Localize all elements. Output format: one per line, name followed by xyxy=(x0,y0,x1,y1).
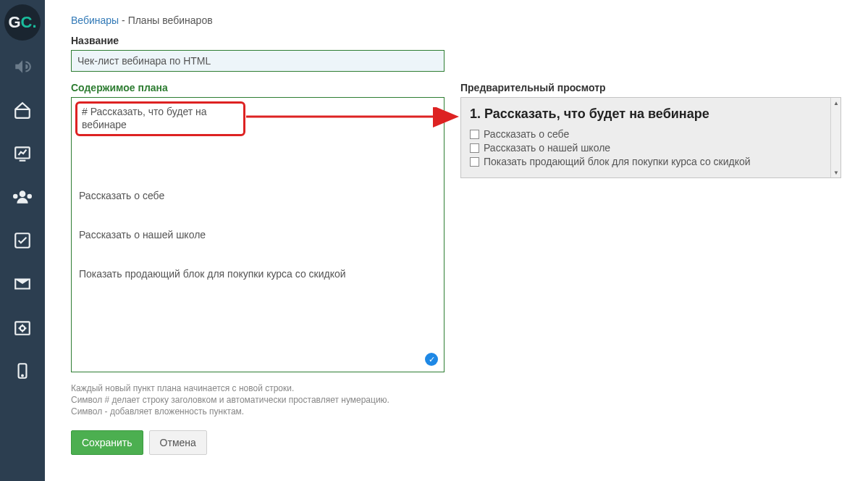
checkbox-icon[interactable] xyxy=(470,143,479,153)
mobile-icon[interactable] xyxy=(0,349,45,393)
checkbox-icon[interactable] xyxy=(470,157,479,167)
settings-icon[interactable] xyxy=(0,306,45,349)
help-text: Каждый новый пункт плана начинается с но… xyxy=(71,382,444,417)
checkbox-icon[interactable] xyxy=(0,219,45,262)
breadcrumb-sep: - xyxy=(119,14,127,26)
plan-textarea[interactable]: # Рассказать, что будет на вебинаре Расс… xyxy=(71,97,444,372)
scrollbar[interactable]: ▲ ▼ xyxy=(830,98,840,177)
breadcrumb: Вебинары - Планы вебинаров xyxy=(71,14,842,26)
preview-box: 1. Рассказать, что будет на вебинаре Рас… xyxy=(460,97,841,178)
users-icon[interactable] xyxy=(0,175,45,219)
scroll-up-icon[interactable]: ▲ xyxy=(831,98,841,108)
plan-line: Рассказать о нашей школе xyxy=(79,228,437,241)
save-button[interactable]: Сохранить xyxy=(71,430,143,455)
checkbox-icon[interactable] xyxy=(470,130,479,139)
preview-item: Показать продающий блок для покупки курс… xyxy=(470,155,825,169)
svg-rect-2 xyxy=(15,322,30,334)
highlighted-line: # Рассказать, что будет на вебинаре xyxy=(75,101,245,136)
grammar-check-icon[interactable]: ✓ xyxy=(425,353,438,366)
main-content: Вебинары - Планы вебинаров Название Соде… xyxy=(45,0,868,469)
home-icon[interactable] xyxy=(0,88,45,132)
svg-point-3 xyxy=(20,326,25,331)
scroll-down-icon[interactable]: ▼ xyxy=(831,167,841,177)
plan-line: Показать продающий блок для покупки курс… xyxy=(79,267,437,280)
preview-heading: 1. Рассказать, что будет на вебинаре xyxy=(470,106,825,122)
title-input[interactable] xyxy=(71,50,444,72)
chart-icon[interactable] xyxy=(0,132,45,175)
breadcrumb-current: Планы вебинаров xyxy=(128,14,213,26)
plan-line: Рассказать о себе xyxy=(79,189,437,202)
preview-item: Рассказать о себе xyxy=(470,127,825,141)
preview-item: Рассказать о нашей школе xyxy=(470,141,825,155)
svg-point-5 xyxy=(22,375,23,377)
breadcrumb-link[interactable]: Вебинары xyxy=(71,14,119,26)
preview-label: Предварительный просмотр xyxy=(460,82,841,93)
cancel-button[interactable]: Отмена xyxy=(149,430,207,455)
mail-icon[interactable] xyxy=(0,262,45,306)
logo[interactable]: GC. xyxy=(4,4,41,41)
sidebar: GC. xyxy=(0,0,45,481)
sound-icon[interactable] xyxy=(0,45,45,88)
content-label: Содержимое плана xyxy=(71,82,444,93)
title-label: Название xyxy=(71,35,842,46)
